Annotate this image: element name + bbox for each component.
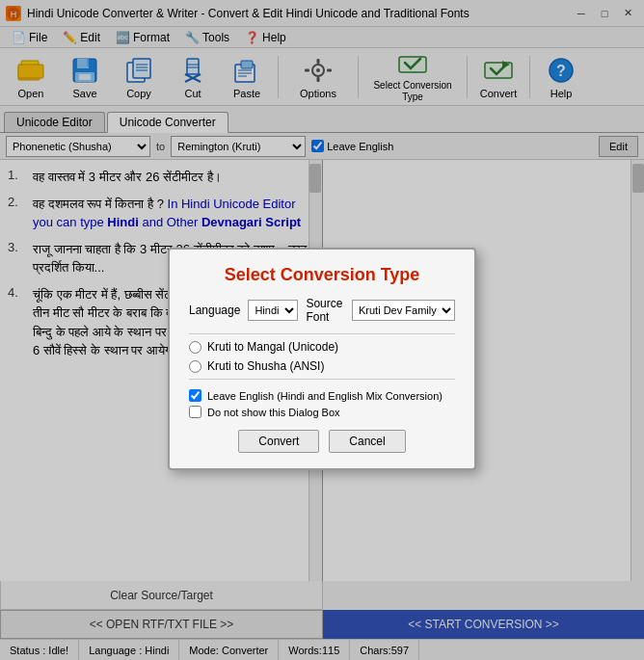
modal-title: Select Conversion Type — [189, 265, 455, 285]
source-font-label: Source Font — [306, 297, 344, 324]
leave-english-modal-row[interactable]: Leave English (Hindi and English Mix Con… — [189, 389, 455, 402]
radio-kruti-shusha-input[interactable] — [189, 360, 201, 373]
source-font-select[interactable]: Kruti Dev Family — [352, 300, 455, 321]
no-show-dialog-checkbox[interactable] — [189, 406, 201, 418]
no-show-dialog-label: Do not show this Dialog Box — [207, 407, 340, 418]
radio-kruti-shusha[interactable]: Kruti to Shusha (ANSI) — [189, 359, 455, 373]
leave-english-modal-label: Leave English (Hindi and English Mix Con… — [207, 390, 443, 402]
leave-english-modal-checkbox[interactable] — [189, 389, 201, 402]
modal-cancel-button[interactable]: Cancel — [329, 430, 405, 453]
radio-kruti-mangal-input[interactable] — [189, 341, 201, 354]
checkbox-group: Leave English (Hindi and English Mix Con… — [189, 389, 455, 418]
select-conversion-modal: Select Conversion Type Language Hindi So… — [168, 248, 476, 470]
radio-kruti-mangal[interactable]: Kruti to Mangal (Unicode) — [189, 340, 455, 354]
radio-kruti-shusha-label: Kruti to Shusha (ANSI) — [207, 359, 324, 373]
language-select[interactable]: Hindi — [248, 300, 298, 321]
modal-language-row: Language Hindi Source Font Kruti Dev Fam… — [189, 297, 455, 324]
modal-overlay: Select Conversion Type Language Hindi So… — [0, 0, 644, 660]
modal-buttons: Convert Cancel — [189, 430, 455, 453]
modal-convert-button[interactable]: Convert — [238, 430, 319, 453]
conversion-type-radio-group: Kruti to Mangal (Unicode) Kruti to Shush… — [189, 333, 455, 380]
no-show-dialog-row[interactable]: Do not show this Dialog Box — [189, 406, 455, 418]
language-label: Language — [189, 304, 240, 317]
radio-kruti-mangal-label: Kruti to Mangal (Unicode) — [207, 340, 338, 354]
